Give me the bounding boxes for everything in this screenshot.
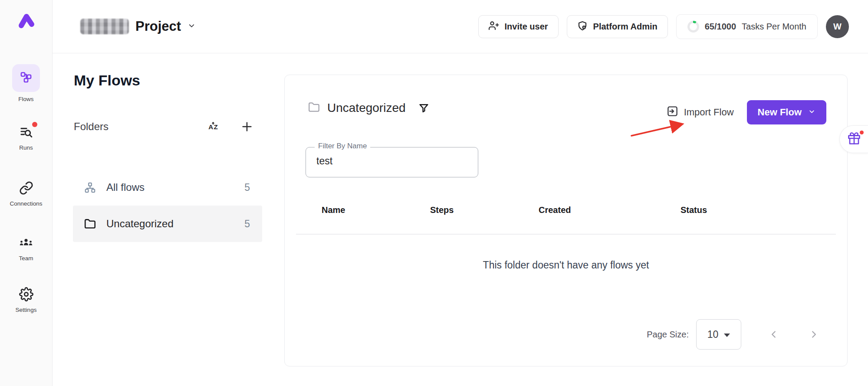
previous-page-button[interactable] bbox=[768, 329, 779, 340]
hierarchy-icon bbox=[84, 182, 96, 193]
runs-list-search-icon bbox=[19, 125, 33, 141]
activepieces-logo[interactable] bbox=[16, 11, 36, 31]
folders-heading: Folders bbox=[74, 121, 108, 133]
flows-active-tile bbox=[12, 64, 40, 92]
import-icon bbox=[667, 105, 678, 120]
invite-user-label: Invite user bbox=[505, 22, 548, 32]
folder-row-uncategorized[interactable]: Uncategorized 5 bbox=[73, 206, 262, 242]
folder-icon bbox=[84, 218, 96, 230]
sort-az-icon[interactable]: A Z bbox=[207, 121, 220, 133]
sidebar-item-label: Settings bbox=[16, 307, 37, 313]
project-name: Project bbox=[135, 19, 181, 34]
svg-text:A: A bbox=[208, 123, 213, 131]
platform-admin-button[interactable]: Platform Admin bbox=[567, 15, 668, 38]
page-size-value: 10 bbox=[707, 329, 719, 340]
topbar: Project Invite user bbox=[53, 0, 868, 53]
shield-icon bbox=[577, 20, 588, 33]
page-size-select[interactable]: 10 bbox=[696, 319, 741, 350]
filter-by-name-field: Filter By Name bbox=[306, 147, 478, 177]
new-flow-button[interactable]: New Flow bbox=[747, 100, 826, 124]
panel-heading: Uncategorized bbox=[327, 101, 406, 115]
tasks-progress-donut bbox=[687, 21, 699, 33]
flows-panel: Uncategorized Import Flow New Flow bbox=[284, 75, 848, 366]
filter-by-name-input[interactable] bbox=[316, 147, 464, 174]
column-header-status: Status bbox=[681, 205, 707, 215]
sidebar-item-runs[interactable]: Runs bbox=[0, 125, 52, 151]
folder-list: All flows 5 Uncategorized 5 bbox=[73, 169, 262, 242]
team-people-icon bbox=[19, 235, 33, 252]
sidebar-item-label: Connections bbox=[10, 200, 42, 207]
filter-funnel-icon[interactable] bbox=[418, 103, 429, 114]
empty-state-message: This folder doesn't have any flows yet bbox=[285, 259, 847, 271]
sidebar-item-label: Flows bbox=[18, 96, 33, 102]
avatar[interactable]: W bbox=[826, 15, 849, 38]
import-flow-button[interactable]: Import Flow bbox=[667, 105, 734, 120]
platform-admin-label: Platform Admin bbox=[593, 22, 658, 32]
topbar-actions: Invite user Platform Admin 65/1000 Tasks… bbox=[478, 0, 849, 53]
whats-new-gift-button[interactable] bbox=[839, 125, 868, 153]
sidebar-item-settings[interactable]: Settings bbox=[0, 287, 52, 313]
sidebar-item-team[interactable]: Team bbox=[0, 236, 52, 262]
pagination: Page Size: 10 bbox=[647, 319, 819, 350]
svg-text:Z: Z bbox=[214, 123, 218, 131]
folders-header: Folders A Z bbox=[74, 118, 253, 135]
sidebar-item-flows[interactable]: Flows bbox=[0, 64, 52, 102]
column-header-created: Created bbox=[539, 205, 571, 215]
new-flow-label: New Flow bbox=[758, 107, 802, 118]
folder-count: 5 bbox=[244, 182, 250, 193]
add-folder-button[interactable] bbox=[240, 120, 253, 133]
runs-notification-dot bbox=[32, 122, 37, 127]
chevron-down-icon bbox=[808, 107, 815, 118]
workflow-icon bbox=[20, 71, 32, 85]
sidebar: Flows Runs bbox=[0, 0, 53, 386]
page-size-label: Page Size: bbox=[647, 330, 689, 340]
panel-heading-row: Uncategorized bbox=[308, 101, 429, 115]
sidebar-item-connections[interactable]: Connections bbox=[0, 181, 52, 207]
tasks-caption: Tasks Per Month bbox=[742, 22, 806, 32]
page-title: My Flows bbox=[74, 72, 140, 89]
folder-label: Uncategorized bbox=[106, 218, 174, 230]
project-switcher[interactable]: Project bbox=[80, 0, 196, 53]
chevron-down-icon bbox=[187, 22, 196, 32]
app-window: Flows Runs bbox=[0, 0, 868, 386]
folder-label: All flows bbox=[106, 181, 145, 193]
sidebar-item-label: Team bbox=[19, 255, 33, 262]
folder-icon bbox=[308, 101, 320, 115]
gift-notification-dot bbox=[860, 131, 864, 134]
table-header-divider bbox=[296, 234, 836, 235]
gear-icon bbox=[19, 287, 33, 303]
folder-count: 5 bbox=[244, 218, 250, 230]
column-header-steps: Steps bbox=[430, 205, 454, 215]
import-flow-label: Import Flow bbox=[684, 107, 734, 118]
column-header-name: Name bbox=[322, 205, 345, 215]
gift-icon bbox=[848, 132, 861, 147]
select-caret-icon bbox=[724, 334, 730, 337]
folder-row-all-flows[interactable]: All flows 5 bbox=[73, 169, 262, 206]
user-plus-icon bbox=[489, 20, 499, 33]
filter-field-label: Filter By Name bbox=[315, 142, 370, 150]
link-icon bbox=[19, 181, 33, 197]
sidebar-item-label: Runs bbox=[19, 144, 33, 151]
invite-user-button[interactable]: Invite user bbox=[478, 15, 559, 38]
tasks-count: 65/1000 bbox=[705, 22, 736, 32]
redacted-project-name bbox=[80, 19, 129, 34]
next-page-button[interactable] bbox=[808, 329, 819, 340]
tasks-usage-widget[interactable]: 65/1000 Tasks Per Month bbox=[676, 14, 818, 39]
panel-actions: Import Flow New Flow bbox=[667, 100, 826, 124]
